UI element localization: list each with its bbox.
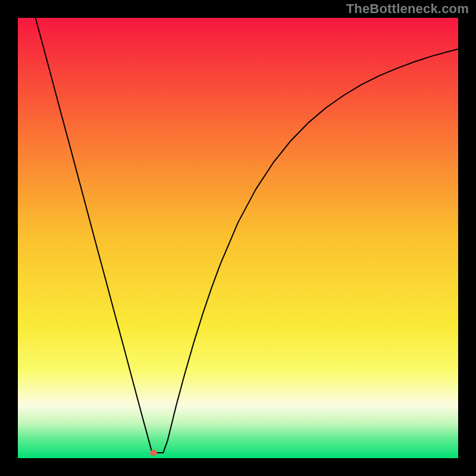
plot-area	[18, 18, 458, 458]
watermark-text: TheBottleneck.com	[346, 1, 469, 17]
bottleneck-chart	[0, 0, 476, 476]
minimum-marker	[150, 450, 157, 456]
chart-stage: TheBottleneck.com	[0, 0, 476, 476]
